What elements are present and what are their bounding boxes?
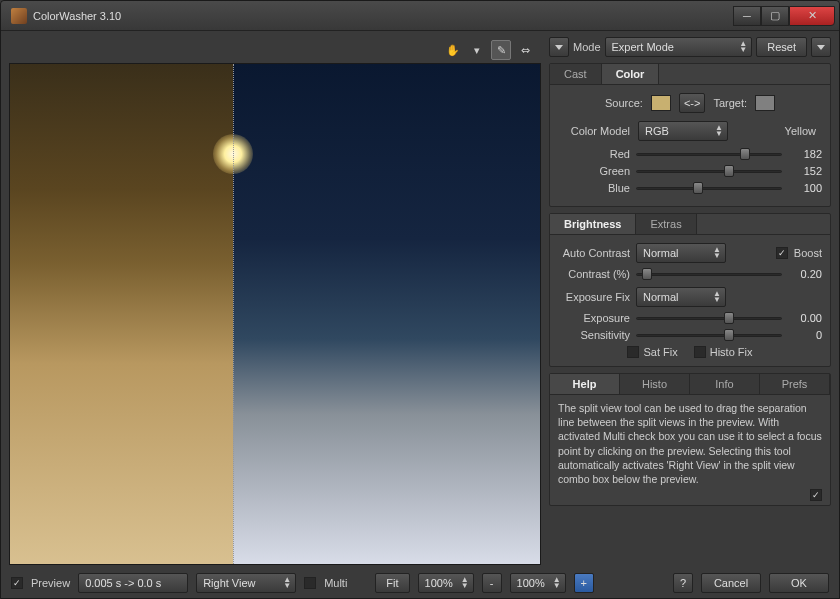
exposurefix-dropdown[interactable]: Normal ▲▼ <box>636 287 726 307</box>
blue-slider[interactable] <box>636 181 782 195</box>
boost-label: Boost <box>794 247 822 259</box>
contrast-label: Contrast (%) <box>558 268 630 280</box>
preview-after <box>233 64 540 564</box>
tab-brightness[interactable]: Brightness <box>550 214 636 234</box>
reset-button[interactable]: Reset <box>756 37 807 57</box>
histofix-checkbox[interactable] <box>694 346 706 358</box>
satfix-checkbox[interactable] <box>627 346 639 358</box>
view-dropdown[interactable]: Right View ▲▼ <box>196 573 296 593</box>
hand-tool-icon[interactable]: ✋ <box>443 40 463 60</box>
source-label: Source: <box>605 97 643 109</box>
zoom-right-dropdown[interactable]: 100% ▲▼ <box>510 573 566 593</box>
swap-button[interactable]: <-> <box>679 93 706 113</box>
boost-checkbox[interactable]: ✓ <box>776 247 788 259</box>
app-window: ColorWasher 3.10 ─ ▢ ✕ ✋ ▾ ✎ ⇔ <box>0 0 840 599</box>
multi-label: Multi <box>324 577 347 589</box>
timing-display[interactable]: 0.005 s -> 0.0 s <box>78 573 188 593</box>
mode-dropdown[interactable]: Expert Mode ▲▼ <box>605 37 753 57</box>
sensitivity-slider[interactable] <box>636 328 782 342</box>
tab-help[interactable]: Help <box>550 374 620 394</box>
fit-button[interactable]: Fit <box>375 573 409 593</box>
preview-area[interactable] <box>9 63 541 565</box>
zoom-right-value: 100% <box>517 577 545 589</box>
reset-menu-button[interactable] <box>811 37 831 57</box>
zoom-left-dropdown[interactable]: 100% ▲▼ <box>418 573 474 593</box>
titlebar[interactable]: ColorWasher 3.10 ─ ▢ ✕ <box>1 1 839 31</box>
red-value: 182 <box>788 148 822 160</box>
blue-value: 100 <box>788 182 822 194</box>
cast-color-panel: Cast Color Source: <-> Target: Color Mod… <box>549 63 831 207</box>
target-label: Target: <box>713 97 747 109</box>
tab-info[interactable]: Info <box>690 374 760 394</box>
eyedropper-tool-icon[interactable]: ✎ <box>491 40 511 60</box>
multi-checkbox[interactable] <box>304 577 316 589</box>
window-title: ColorWasher 3.10 <box>33 10 733 22</box>
minimize-button[interactable]: ─ <box>733 6 761 26</box>
histofix-label: Histo Fix <box>710 346 753 358</box>
help-button[interactable]: ? <box>673 573 693 593</box>
green-value: 152 <box>788 165 822 177</box>
exposure-label: Exposure <box>558 312 630 324</box>
exposurefix-value: Normal <box>643 291 678 303</box>
auto-contrast-label: Auto Contrast <box>558 247 630 259</box>
preview-label: Preview <box>31 577 70 589</box>
auto-contrast-value: Normal <box>643 247 678 259</box>
colormodel-dropdown[interactable]: RGB ▲▼ <box>638 121 728 141</box>
tab-prefs[interactable]: Prefs <box>760 374 830 394</box>
exposure-value: 0.00 <box>788 312 822 324</box>
help-panel: Help Histo Info Prefs The split view too… <box>549 373 831 506</box>
satfix-label: Sat Fix <box>643 346 677 358</box>
timing-value: 0.005 s -> 0.0 s <box>85 577 161 589</box>
colorname-label: Yellow <box>736 125 822 137</box>
exposure-slider[interactable] <box>636 311 782 325</box>
mode-menu-button[interactable] <box>549 37 569 57</box>
zoom-minus-button[interactable]: - <box>482 573 502 593</box>
cancel-button[interactable]: Cancel <box>701 573 761 593</box>
zoom-left-value: 100% <box>425 577 453 589</box>
brightness-panel: Brightness Extras Auto Contrast Normal ▲… <box>549 213 831 367</box>
red-slider[interactable] <box>636 147 782 161</box>
maximize-button[interactable]: ▢ <box>761 6 789 26</box>
colormodel-label: Color Model <box>558 125 630 137</box>
app-icon <box>11 8 27 24</box>
footer: ✓ Preview 0.005 s -> 0.0 s Right View ▲▼… <box>1 571 839 595</box>
mode-row: Mode Expert Mode ▲▼ Reset <box>549 37 831 57</box>
mode-label: Mode <box>573 41 601 53</box>
tab-cast[interactable]: Cast <box>550 64 602 84</box>
contrast-value: 0.20 <box>788 268 822 280</box>
view-value: Right View <box>203 577 255 589</box>
contrast-slider[interactable] <box>636 267 782 281</box>
green-slider[interactable] <box>636 164 782 178</box>
pointer-tool-icon[interactable]: ▾ <box>467 40 487 60</box>
zoom-plus-button[interactable]: + <box>574 573 594 593</box>
green-label: Green <box>558 165 630 177</box>
target-swatch[interactable] <box>755 95 775 111</box>
close-button[interactable]: ✕ <box>789 6 835 26</box>
preview-checkbox[interactable]: ✓ <box>11 577 23 589</box>
source-swatch[interactable] <box>651 95 671 111</box>
sensitivity-label: Sensitivity <box>558 329 630 341</box>
tab-histo[interactable]: Histo <box>620 374 690 394</box>
split-tool-icon[interactable]: ⇔ <box>515 40 535 60</box>
red-label: Red <box>558 148 630 160</box>
colormodel-value: RGB <box>645 125 669 137</box>
tab-color[interactable]: Color <box>602 64 660 84</box>
exposurefix-label: Exposure Fix <box>558 291 630 303</box>
blue-label: Blue <box>558 182 630 194</box>
auto-contrast-dropdown[interactable]: Normal ▲▼ <box>636 243 726 263</box>
ok-button[interactable]: OK <box>769 573 829 593</box>
split-divider[interactable] <box>233 64 234 564</box>
preview-toolbar: ✋ ▾ ✎ ⇔ <box>9 37 541 63</box>
tab-extras[interactable]: Extras <box>636 214 696 234</box>
mode-value: Expert Mode <box>612 41 674 53</box>
preview-before <box>10 64 233 564</box>
help-checkbox[interactable]: ✓ <box>810 489 822 501</box>
sensitivity-value: 0 <box>788 329 822 341</box>
help-text: The split view tool can be used to drag … <box>550 395 830 505</box>
preview-image <box>10 64 540 564</box>
